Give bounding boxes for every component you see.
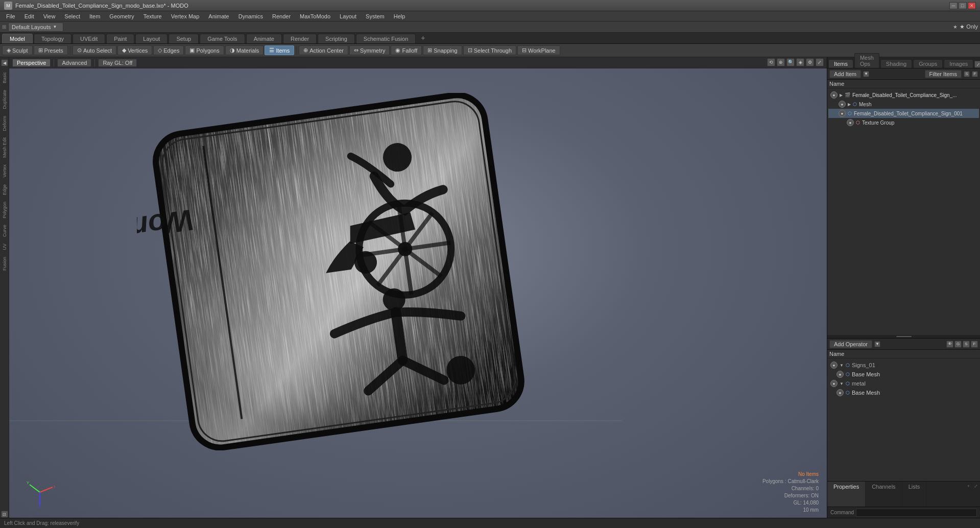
- menu-file[interactable]: File: [2, 12, 19, 20]
- sch-item-base-mesh-1[interactable]: ● ⬡ Base Mesh: [828, 370, 979, 379]
- vp-icon-5[interactable]: ⚙: [806, 58, 814, 66]
- sch-item-metal-group[interactable]: ● ▼ ⬡ metal: [828, 379, 979, 388]
- filter-options-icon[interactable]: F: [972, 71, 978, 77]
- sidebar-collapse-button[interactable]: ◀: [1, 59, 8, 66]
- maximize-button[interactable]: □: [959, 2, 967, 9]
- sch-f-btn[interactable]: F: [971, 341, 978, 348]
- sch-s-btn[interactable]: S: [963, 341, 970, 348]
- add-operator-expand-button[interactable]: ▼: [874, 341, 880, 347]
- menu-item[interactable]: Item: [85, 12, 104, 20]
- tab-setup[interactable]: Setup: [169, 34, 199, 43]
- sch-expand-metal[interactable]: ▼: [840, 381, 844, 386]
- polygons-button[interactable]: ▣ Polygons: [185, 45, 224, 55]
- menu-animate[interactable]: Animate: [204, 12, 233, 20]
- sidebar-bottom-button[interactable]: ⊡: [1, 511, 8, 518]
- add-item-expand-button[interactable]: ▼: [863, 71, 869, 77]
- sidebar-tab-polygon[interactable]: Polygon: [1, 199, 8, 222]
- viewport-3d[interactable]: Perspective Advanced Ray GL: Off ⟲ ⊕ 🔍 ◈…: [9, 57, 827, 518]
- lists-tab[interactable]: Lists: [902, 482, 927, 507]
- sidebar-tab-edge[interactable]: Edge: [1, 181, 8, 198]
- vp-icon-1[interactable]: ⟲: [767, 58, 775, 66]
- workplane-button[interactable]: ⊟ WorkPlane: [517, 45, 560, 55]
- sidebar-tab-duplicate[interactable]: Duplicate: [1, 87, 8, 112]
- rp-tab-images[interactable]: Images: [944, 59, 973, 68]
- sch-expand-signs[interactable]: ▼: [840, 363, 844, 368]
- properties-tab[interactable]: Properties: [827, 482, 866, 507]
- command-input[interactable]: [856, 509, 977, 517]
- rp-tab-mesh-ops[interactable]: Mesh Ops: [854, 53, 879, 68]
- vertices-button[interactable]: ◆ Vertices: [117, 45, 152, 55]
- presets-button[interactable]: ⊞ Presets: [34, 45, 68, 55]
- item-row-2[interactable]: ● ▶ ⬡ Mesh: [828, 100, 979, 109]
- sidebar-tab-basic[interactable]: Basic: [1, 69, 8, 86]
- menu-texture[interactable]: Texture: [139, 12, 166, 20]
- tab-scripting[interactable]: Scripting: [318, 34, 355, 43]
- sculpt-button[interactable]: ◈ Sculpt: [2, 45, 33, 55]
- expand-panel-icon[interactable]: ⤢: [972, 482, 980, 507]
- sch-item-signs-group[interactable]: ● ▼ ⬡ Signs_01: [828, 361, 979, 370]
- tab-animate[interactable]: Animate: [246, 34, 282, 43]
- item-eye-2[interactable]: ●: [839, 101, 846, 108]
- filter-icon[interactable]: S: [964, 71, 970, 77]
- menu-render[interactable]: Render: [268, 12, 295, 20]
- item-expand-2[interactable]: ▶: [848, 102, 851, 107]
- item-row-3[interactable]: ● ⬡ Female_Disabled_Toilet_Compliance_Si…: [828, 109, 979, 118]
- sch-eye-btn[interactable]: 👁: [946, 341, 953, 348]
- channels-tab[interactable]: Channels: [866, 482, 902, 507]
- ray-gl-button[interactable]: Ray GL: Off: [98, 59, 137, 67]
- snapping-button[interactable]: ⊞ Snapping: [423, 45, 462, 55]
- items-button[interactable]: ☰ Items: [265, 45, 294, 55]
- vp-icon-4[interactable]: ◈: [796, 58, 804, 66]
- auto-select-button[interactable]: ⊙ Auto Select: [73, 45, 116, 55]
- symmetry-button[interactable]: ⇔ Symmetry: [349, 45, 390, 55]
- tab-layout[interactable]: Layout: [135, 34, 168, 43]
- rp-tab-items[interactable]: Items: [828, 59, 853, 68]
- layout-dropdown[interactable]: Default Layouts ▼: [8, 22, 63, 32]
- rp-expand-icon[interactable]: ⤢: [974, 61, 980, 68]
- menu-vertex-map[interactable]: Vertex Map: [167, 12, 204, 20]
- item-eye-1[interactable]: ●: [830, 91, 838, 99]
- tab-render[interactable]: Render: [283, 34, 317, 43]
- sch-item-base-mesh-2[interactable]: ● ⬡ Base Mesh: [828, 388, 979, 397]
- sch-eye-metal[interactable]: ●: [830, 380, 838, 387]
- add-tab-button[interactable]: +: [417, 32, 429, 43]
- select-through-button[interactable]: ⊡ Select Through: [463, 45, 516, 55]
- sidebar-tab-mesh-edit[interactable]: Mesh Edit: [1, 134, 8, 161]
- menu-help[interactable]: Help: [390, 12, 410, 20]
- vp-icon-2[interactable]: ⊕: [777, 58, 785, 66]
- sidebar-tab-uv[interactable]: UV: [1, 241, 8, 253]
- advanced-button[interactable]: Advanced: [57, 59, 91, 67]
- falloff-button[interactable]: ◉ Falloff: [391, 45, 422, 55]
- sch-eye-signs[interactable]: ●: [830, 362, 838, 369]
- tab-topology[interactable]: Topology: [34, 34, 71, 43]
- sidebar-tab-vertex[interactable]: Vertex: [1, 161, 8, 181]
- add-item-button[interactable]: Add Item: [829, 70, 861, 78]
- vp-maximize-icon[interactable]: ⤢: [816, 58, 824, 66]
- menu-dynamics[interactable]: Dynamics: [234, 12, 267, 20]
- tab-model[interactable]: Model: [2, 34, 33, 43]
- perspective-button[interactable]: Perspective: [12, 59, 51, 67]
- vp-icon-3[interactable]: 🔍: [786, 58, 795, 66]
- sidebar-tab-deform[interactable]: Deform: [1, 113, 8, 134]
- sidebar-tab-curve[interactable]: Curve: [1, 222, 8, 240]
- edges-button[interactable]: ◇ Edges: [153, 45, 184, 55]
- item-expand-1[interactable]: ▶: [840, 93, 843, 98]
- add-operator-button[interactable]: Add Operator: [829, 340, 872, 348]
- menu-maxmodo[interactable]: MaxToModo: [296, 12, 334, 20]
- close-button[interactable]: ✕: [968, 2, 976, 9]
- sch-g-btn[interactable]: G: [954, 341, 962, 348]
- rp-tab-groups[interactable]: Groups: [913, 59, 943, 68]
- sch-eye-bm1[interactable]: ●: [836, 371, 844, 378]
- action-center-button[interactable]: ⊕ Action Center: [299, 45, 348, 55]
- tab-schematic-fusion[interactable]: Schematic Fusion: [356, 34, 416, 43]
- materials-button[interactable]: ◑ Materials: [225, 45, 264, 55]
- menu-geometry[interactable]: Geometry: [105, 12, 138, 20]
- window-controls[interactable]: ─ □ ✕: [949, 2, 976, 9]
- rp-tab-shading[interactable]: Shading: [880, 59, 912, 68]
- item-eye-4[interactable]: ●: [847, 119, 854, 126]
- tab-paint[interactable]: Paint: [106, 34, 134, 43]
- minimize-button[interactable]: ─: [949, 2, 958, 9]
- sidebar-tab-fusion[interactable]: Fusion: [1, 254, 8, 274]
- menu-layout[interactable]: Layout: [336, 12, 361, 20]
- tab-game-tools[interactable]: Game Tools: [200, 34, 245, 43]
